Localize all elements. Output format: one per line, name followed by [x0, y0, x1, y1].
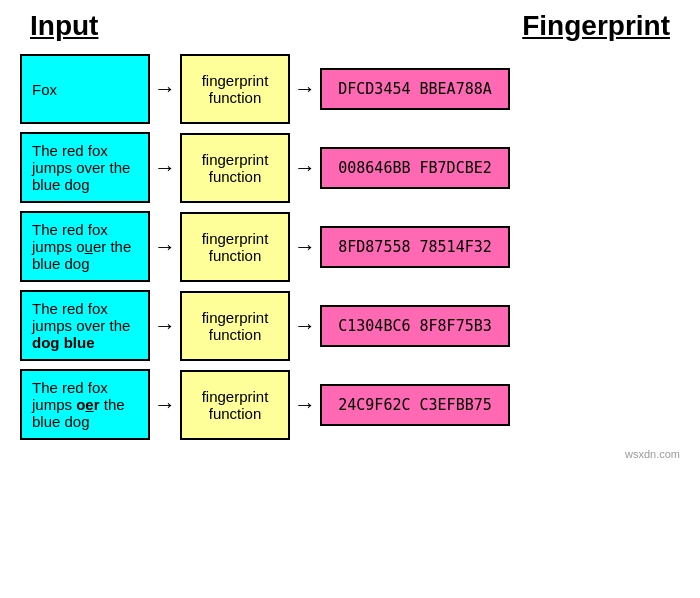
function-label-4: fingerprint function [192, 309, 278, 343]
function-box-2: fingerprint function [180, 133, 290, 203]
arrow-2a: → [154, 155, 176, 181]
arrow-5a: → [154, 392, 176, 418]
arrow-4a: → [154, 313, 176, 339]
fingerprint-box-5: 24C9F62C C3EFBB75 [320, 384, 510, 426]
input-box-1: Fox [20, 54, 150, 124]
arrow-5b: → [294, 392, 316, 418]
function-box-3: fingerprint function [180, 212, 290, 282]
input-box-2: The red fox jumps over the blue dog [20, 132, 150, 203]
input-header: Input [30, 10, 98, 42]
diagram-row-1: Fox → fingerprint function → DFCD3454 BB… [20, 54, 680, 124]
watermark: wsxdn.com [10, 448, 690, 460]
function-label-1: fingerprint function [192, 72, 278, 106]
arrow-2b: → [294, 155, 316, 181]
fingerprint-box-3: 8FD87558 78514F32 [320, 226, 510, 268]
diagram-row-3: The red fox jumps ouer the blue dog → fi… [20, 211, 680, 282]
function-box-4: fingerprint function [180, 291, 290, 361]
header-row: Input Fingerprint [10, 10, 690, 42]
arrow-1b: → [294, 76, 316, 102]
diagram-row-2: The red fox jumps over the blue dog → fi… [20, 132, 680, 203]
input-text-5: The red fox jumps oer the blue dog [32, 379, 138, 430]
input-text-4: The red fox jumps over the dog blue [32, 300, 138, 351]
fingerprint-value-5: 24C9F62C C3EFBB75 [338, 396, 492, 414]
input-box-3: The red fox jumps ouer the blue dog [20, 211, 150, 282]
input-box-4: The red fox jumps over the dog blue [20, 290, 150, 361]
input-text-3: The red fox jumps ouer the blue dog [32, 221, 138, 272]
fingerprint-box-4: C1304BC6 8F8F75B3 [320, 305, 510, 347]
diagram-row-5: The red fox jumps oer the blue dog → fin… [20, 369, 680, 440]
arrow-4b: → [294, 313, 316, 339]
diagram-row-4: The red fox jumps over the dog blue → fi… [20, 290, 680, 361]
fingerprint-value-1: DFCD3454 BBEA788A [338, 80, 492, 98]
fingerprint-value-2: 008646BB FB7DCBE2 [338, 159, 492, 177]
arrow-1a: → [154, 76, 176, 102]
fingerprint-value-3: 8FD87558 78514F32 [338, 238, 492, 256]
input-text-2: The red fox jumps over the blue dog [32, 142, 138, 193]
arrow-3a: → [154, 234, 176, 260]
input-text-1: Fox [32, 81, 57, 98]
fingerprint-header: Fingerprint [522, 10, 670, 42]
function-box-5: fingerprint function [180, 370, 290, 440]
function-box-1: fingerprint function [180, 54, 290, 124]
function-label-3: fingerprint function [192, 230, 278, 264]
fingerprint-box-2: 008646BB FB7DCBE2 [320, 147, 510, 189]
input-box-5: The red fox jumps oer the blue dog [20, 369, 150, 440]
rows-container: Fox → fingerprint function → DFCD3454 BB… [10, 54, 690, 440]
arrow-3b: → [294, 234, 316, 260]
function-label-5: fingerprint function [192, 388, 278, 422]
fingerprint-value-4: C1304BC6 8F8F75B3 [338, 317, 492, 335]
function-label-2: fingerprint function [192, 151, 278, 185]
fingerprint-box-1: DFCD3454 BBEA788A [320, 68, 510, 110]
